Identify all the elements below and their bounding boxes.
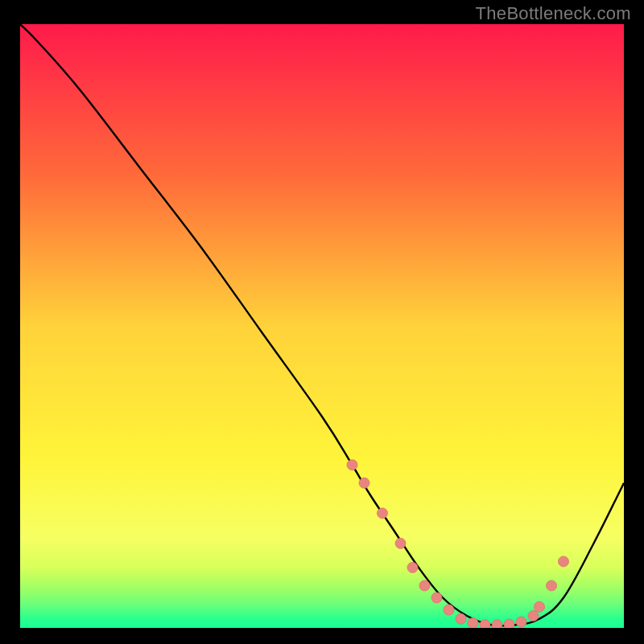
curve-marker (456, 613, 466, 624)
curve-marker (547, 580, 557, 591)
curve-marker (395, 539, 406, 549)
curve-marker (528, 611, 539, 621)
plot-area (20, 24, 624, 628)
curve-marker (516, 617, 526, 627)
curve-marker (407, 563, 418, 573)
curve-marker (347, 460, 357, 470)
curve-marker (492, 620, 502, 628)
curve-marker (504, 619, 514, 628)
chart-stage: TheBottleneck.com (0, 0, 644, 644)
curve-marker (419, 580, 430, 591)
curve-marker (535, 601, 545, 612)
curve-marker (480, 620, 490, 628)
curve-marker (444, 605, 454, 615)
gradient-background (20, 24, 624, 628)
curve-marker (378, 508, 388, 518)
curve-marker (468, 618, 478, 629)
curve-marker (359, 478, 369, 489)
chart-svg (20, 24, 624, 628)
curve-marker (559, 556, 569, 567)
curve-marker (431, 592, 442, 603)
watermark-label: TheBottleneck.com (476, 3, 631, 24)
